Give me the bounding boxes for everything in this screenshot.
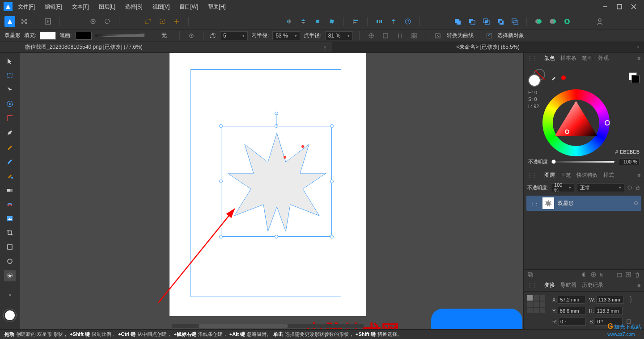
boolean-subtract-icon[interactable] [466,16,477,27]
document-tab-1[interactable]: 微信截图_20230808105540.png [已修改] (77.6%) × [20,42,332,52]
selection-handle[interactable] [219,180,223,183]
anchor-point-selector[interactable] [527,295,545,313]
tab-layers[interactable]: 图层 [544,172,555,179]
selection-handle[interactable] [330,235,334,239]
layer-item[interactable]: ⋮⋮ 双星形 [526,196,641,211]
snap-key-icon[interactable] [394,30,405,41]
persona-designer-icon[interactable] [4,16,15,27]
align-center-h-icon[interactable] [388,16,399,27]
menu-window[interactable]: 窗口[W] [179,3,198,11]
ellipse-tool-icon[interactable] [4,255,16,267]
fill-swatch[interactable] [40,32,56,40]
panel-drag-handle-icon[interactable]: ⋮⋮ [527,282,537,289]
boolean-intersect-icon[interactable] [481,16,491,27]
menu-select[interactable]: 选择[S] [125,3,143,11]
document-tab-2[interactable]: <未命名> [已修改] (65.5%) × [332,42,644,52]
star-tool-icon[interactable] [4,270,16,281]
tab-brushes[interactable]: 画笔 [560,172,571,179]
canvas[interactable]: 电脑技术网 www.tagxp.com TAG [20,53,523,329]
rotate-cw-icon[interactable] [326,16,337,27]
inner-radius-dropdown[interactable]: 53 %▾ [272,31,300,40]
boolean-xor-icon[interactable] [495,16,506,27]
link-wh-icon[interactable] [627,295,633,304]
transparency-tool-icon[interactable] [4,184,16,196]
account-icon[interactable] [594,16,605,27]
gear-icon[interactable] [186,30,197,41]
crop-tool-icon[interactable] [4,227,16,239]
layer-clip-icon[interactable] [527,272,534,278]
tab-swatches[interactable]: 样本条 [560,54,576,62]
hex-value[interactable]: EBEBEB [620,149,640,155]
corner-tool-icon[interactable] [4,113,16,124]
fill-tool-icon[interactable] [4,170,16,181]
add-layer-icon[interactable] [625,272,631,278]
tab-color[interactable]: 颜色 [544,54,555,62]
color-swatch-icon[interactable] [4,309,16,322]
tab-2-close-icon[interactable]: × [637,45,640,50]
panel-drag-handle-icon[interactable]: ⋮⋮ [527,55,537,62]
layer-drag-icon[interactable]: ⋮⋮ [530,201,539,206]
tab-1-close-icon[interactable]: × [324,45,326,50]
move-tool-icon[interactable] [4,55,16,67]
contour-tool-icon[interactable] [4,98,16,110]
expand-tools-icon[interactable]: » [4,289,16,300]
shape-control-point[interactable] [301,145,304,148]
pen-tool-icon[interactable] [4,127,16,138]
distribute-h-icon[interactable] [374,16,385,27]
menu-edit[interactable]: 编辑[E] [45,3,62,11]
tab-history[interactable]: 历史记录 [582,281,603,289]
menu-layer[interactable]: 图层[L] [99,3,115,11]
snap-bounds-icon[interactable] [380,30,391,41]
panel-menu-icon[interactable]: ≡ [637,55,640,62]
tab-styles[interactable]: 样式 [603,172,614,179]
insert-inside-icon[interactable] [533,16,544,27]
opacity-value[interactable]: 100 % [618,158,640,165]
snap-grid-icon[interactable] [157,16,168,27]
pencil-tool-icon[interactable] [4,141,16,153]
group-icon[interactable] [616,272,623,278]
tab-stroke[interactable]: 笔画 [582,54,593,62]
tab-effects[interactable]: 快速特效 [576,172,598,179]
selection-handle[interactable] [330,180,334,183]
preferences-icon[interactable] [88,16,98,27]
tab-navigator[interactable]: 导航器 [560,281,576,289]
close-button[interactable] [631,4,637,10]
menu-file[interactable]: 文件[F] [18,3,35,11]
node-tool-icon[interactable] [4,84,16,96]
stroke-width-slider[interactable]: 无 [95,34,144,37]
insert-behind-icon[interactable] [547,16,558,27]
panel-menu-icon[interactable]: ≡ [637,282,640,289]
artboard-tool-icon[interactable] [4,70,16,81]
align-left-icon[interactable] [350,16,361,27]
rotate-ccw-icon[interactable] [312,16,323,27]
eyedropper-icon[interactable] [551,75,557,81]
boolean-divide-icon[interactable] [509,16,520,27]
tab-transform[interactable]: 变换 [544,281,555,289]
delete-layer-icon[interactable] [634,272,640,278]
stroke-swatch[interactable] [76,32,92,40]
flip-horizontal-icon[interactable] [284,16,294,27]
select-new-checkbox[interactable] [487,33,492,38]
maximize-button[interactable] [616,4,623,10]
layer-visibility-icon[interactable] [634,201,638,205]
persona-export-icon[interactable] [42,16,53,27]
convert-curves-label[interactable]: 转换为曲线 [447,32,474,39]
transform-r-input[interactable] [558,318,586,326]
snap-move-icon[interactable] [171,16,182,27]
layer-lock-icon[interactable] [635,185,640,190]
point-radius-dropdown[interactable]: 81 %▾ [325,31,353,40]
snap-center-icon[interactable] [366,30,377,41]
fx-icon[interactable]: fx [599,272,606,278]
convert-curves-icon[interactable] [432,30,443,41]
minimize-button[interactable] [602,4,608,10]
menu-view[interactable]: 视图[V] [153,3,170,11]
adjustment-icon[interactable] [590,272,597,278]
mask-icon[interactable] [581,272,588,278]
points-dropdown[interactable]: 5▾ [220,31,248,40]
transform-w-input[interactable] [596,296,624,304]
rectangle-tool-icon[interactable] [4,241,16,253]
panel-drag-handle-icon[interactable]: ⋮⋮ [527,172,537,179]
persona-pixel-icon[interactable] [19,16,30,27]
color-wheel[interactable] [542,89,610,156]
menu-help[interactable]: 帮助[H] [208,3,225,11]
